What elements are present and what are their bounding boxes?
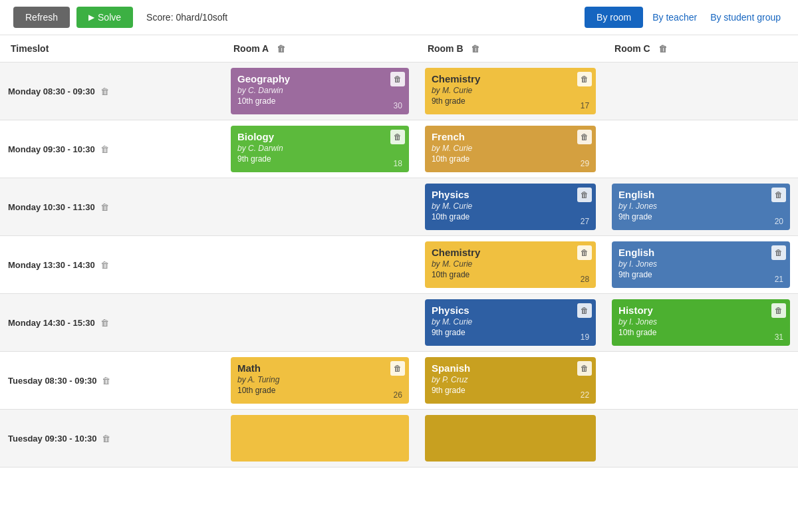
lesson-grade: 10th grade xyxy=(432,212,589,221)
lesson-card: 🗑Englishby I. Jones9th grade21 xyxy=(612,241,790,288)
timeslot-delete-button[interactable]: 🗑 xyxy=(102,376,110,386)
timeslot-label: Monday 14:30 - 15:30 xyxy=(8,318,95,328)
timeslot-label: Tuesday 09:30 - 10:30 xyxy=(8,434,96,444)
room-cell-room-c xyxy=(604,352,798,410)
timeslot-delete-button[interactable]: 🗑 xyxy=(100,86,109,96)
lesson-count: 18 xyxy=(394,159,402,168)
table-row: Tuesday 09:30 - 10:30🗑 xyxy=(0,410,798,467)
lesson-delete-button[interactable]: 🗑 xyxy=(771,188,786,202)
room-cell-room-c xyxy=(604,120,798,178)
lesson-delete-button[interactable]: 🗑 xyxy=(771,303,786,318)
lesson-card: 🗑Physicsby M. Curie9th grade19 xyxy=(425,299,596,346)
lesson-count: 29 xyxy=(581,159,589,168)
room-a-header: Room A 🗑 xyxy=(223,35,417,63)
lesson-teacher: by C. Darwin xyxy=(237,86,402,95)
timeslot-delete-button[interactable]: 🗑 xyxy=(100,202,109,212)
table-row: Monday 09:30 - 10:30🗑🗑Biologyby C. Darwi… xyxy=(0,120,798,178)
lesson-delete-button[interactable]: 🗑 xyxy=(577,245,592,260)
lesson-delete-button[interactable]: 🗑 xyxy=(577,303,592,318)
lesson-card: 🗑Chemistryby M. Curie9th grade17 xyxy=(425,68,596,114)
room-cell-room-c: 🗑Englishby I. Jones9th grade20 xyxy=(604,178,798,236)
solve-button[interactable]: Solve xyxy=(76,7,133,28)
lesson-count: 30 xyxy=(394,101,402,110)
lesson-teacher: by I. Jones xyxy=(618,201,783,211)
room-b-delete-icon[interactable]: 🗑 xyxy=(471,44,479,54)
timeslot-label: Monday 13:30 - 14:30 xyxy=(8,260,95,270)
room-cell-room-a xyxy=(223,410,417,467)
room-cell-room-b: 🗑Physicsby M. Curie9th grade19 xyxy=(417,294,604,352)
timeslot-label: Monday 08:30 - 09:30 xyxy=(8,86,95,96)
lesson-card: 🗑Frenchby M. Curie10th grade29 xyxy=(425,126,596,172)
lesson-count: 19 xyxy=(581,332,589,342)
lesson-delete-button[interactable]: 🗑 xyxy=(390,130,405,144)
lesson-card: 🗑Chemistryby M. Curie10th grade28 xyxy=(425,241,596,288)
room-cell-room-a: 🗑Biologyby C. Darwin9th grade18 xyxy=(223,120,417,178)
lesson-count: 20 xyxy=(775,217,783,226)
lesson-count: 21 xyxy=(775,275,783,284)
lesson-count: 31 xyxy=(775,332,783,342)
timeslot-label: Tuesday 08:30 - 09:30 xyxy=(8,376,96,386)
lesson-subject: Spanish xyxy=(432,362,589,374)
lesson-delete-button[interactable]: 🗑 xyxy=(577,361,592,376)
lesson-delete-button[interactable]: 🗑 xyxy=(577,188,592,202)
by-room-button[interactable]: By room xyxy=(585,7,643,28)
lesson-count: 22 xyxy=(581,390,589,400)
lesson-grade: 9th grade xyxy=(618,212,783,221)
timeslot-delete-button[interactable]: 🗑 xyxy=(100,260,109,270)
lesson-subject: History xyxy=(618,305,783,316)
refresh-button[interactable]: Refresh xyxy=(13,7,70,28)
by-student-group-button[interactable]: By student group xyxy=(706,7,785,28)
lesson-card xyxy=(425,415,596,462)
lesson-card: 🗑Englishby I. Jones9th grade20 xyxy=(612,184,790,230)
room-a-delete-icon[interactable]: 🗑 xyxy=(277,44,285,54)
lesson-subject: English xyxy=(618,189,783,200)
lesson-grade: 10th grade xyxy=(618,328,783,337)
room-cell-room-c xyxy=(604,63,798,120)
timeslot-delete-button[interactable]: 🗑 xyxy=(100,318,109,328)
room-b-header: Room B 🗑 xyxy=(417,35,604,63)
timeslot-label: Monday 10:30 - 11:30 xyxy=(8,202,95,212)
timeslot-cell: Monday 10:30 - 11:30🗑 xyxy=(0,178,223,236)
lesson-subject: Geography xyxy=(237,73,402,84)
timeslot-cell: Monday 08:30 - 09:30🗑 xyxy=(0,63,223,120)
lesson-grade: 10th grade xyxy=(432,154,589,164)
room-cell-room-a: 🗑Geographyby C. Darwin10th grade30 xyxy=(223,63,417,120)
lesson-card: 🗑Historyby I. Jones10th grade31 xyxy=(612,299,790,346)
table-row: Monday 13:30 - 14:30🗑🗑Chemistryby M. Cur… xyxy=(0,236,798,294)
lesson-grade: 10th grade xyxy=(237,386,402,395)
lesson-subject: Biology xyxy=(237,131,402,142)
room-cell-room-b: 🗑Chemistryby M. Curie9th grade17 xyxy=(417,63,604,120)
lesson-teacher: by M. Curie xyxy=(432,259,589,269)
by-teacher-button[interactable]: By teacher xyxy=(648,7,701,28)
lesson-card: 🗑Spanishby P. Cruz9th grade22 xyxy=(425,357,596,404)
lesson-grade: 9th grade xyxy=(432,328,589,337)
room-cell-room-b: 🗑Frenchby M. Curie10th grade29 xyxy=(417,120,604,178)
lesson-count: 17 xyxy=(581,101,589,110)
room-c-delete-icon[interactable]: 🗑 xyxy=(658,44,667,54)
table-row: Monday 14:30 - 15:30🗑🗑Physicsby M. Curie… xyxy=(0,294,798,352)
lesson-subject: French xyxy=(432,131,589,142)
timeslot-cell: Monday 09:30 - 10:30🗑 xyxy=(0,120,223,178)
lesson-delete-button[interactable]: 🗑 xyxy=(771,245,786,260)
timeslot-label: Monday 09:30 - 10:30 xyxy=(8,144,95,154)
score-display: Score: 0hard/10soft xyxy=(146,12,227,23)
lesson-card: 🗑Mathby A. Turing10th grade26 xyxy=(231,357,409,404)
lesson-teacher: by P. Cruz xyxy=(432,375,589,384)
timeslot-cell: Monday 14:30 - 15:30🗑 xyxy=(0,294,223,352)
lesson-card: 🗑Geographyby C. Darwin10th grade30 xyxy=(231,68,409,114)
lesson-delete-button[interactable]: 🗑 xyxy=(390,361,405,376)
lesson-grade: 9th grade xyxy=(237,154,402,164)
room-c-header: Room C 🗑 xyxy=(604,35,798,63)
timeslot-delete-button[interactable]: 🗑 xyxy=(102,434,110,444)
timeslot-delete-button[interactable]: 🗑 xyxy=(100,144,109,154)
room-cell-room-a xyxy=(223,294,417,352)
room-cell-room-c: 🗑Englishby I. Jones9th grade21 xyxy=(604,236,798,294)
lesson-delete-button[interactable]: 🗑 xyxy=(577,72,592,86)
lesson-count: 26 xyxy=(394,390,402,400)
timeslot-header: Timeslot xyxy=(0,35,223,63)
lesson-delete-button[interactable]: 🗑 xyxy=(577,130,592,144)
table-row: Tuesday 08:30 - 09:30🗑🗑Mathby A. Turing1… xyxy=(0,352,798,410)
lesson-subject: English xyxy=(618,247,783,258)
lesson-delete-button[interactable]: 🗑 xyxy=(390,72,405,86)
timeslot-cell: Monday 13:30 - 14:30🗑 xyxy=(0,236,223,294)
